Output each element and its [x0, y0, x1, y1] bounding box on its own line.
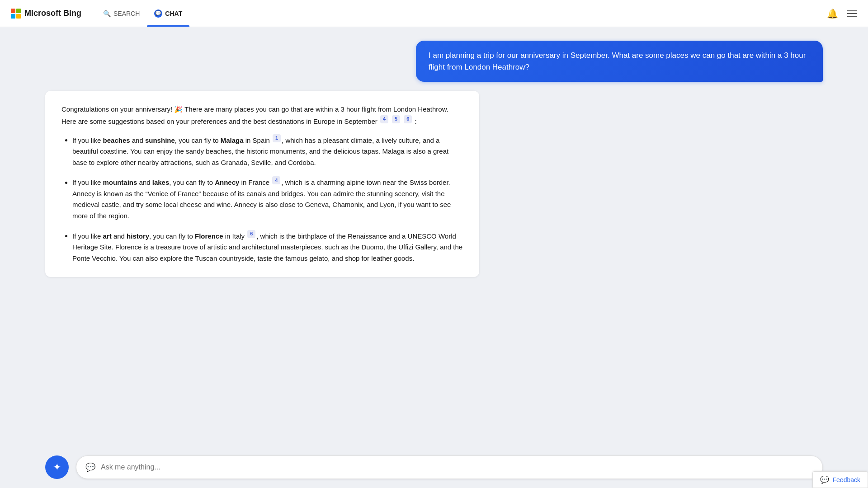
notification-icon[interactable]: 🔔: [827, 8, 838, 19]
input-search-icon: 💬: [85, 462, 95, 472]
header-right: 🔔: [827, 8, 857, 19]
nav-chat-label: CHAT: [165, 10, 182, 17]
citation-6-intro: 6: [404, 115, 412, 123]
chat-icon: [154, 9, 162, 18]
input-area: ✦ 💬: [9, 450, 859, 488]
citation-4-intro: 4: [380, 115, 388, 123]
bing-button[interactable]: ✦: [45, 455, 69, 479]
citation-4: 4: [272, 176, 280, 184]
nav-search[interactable]: 🔍 SEARCH: [96, 0, 147, 27]
search-icon: 🔍: [103, 10, 111, 17]
logo-text: Microsoft Bing: [24, 9, 81, 18]
search-input-container: 💬: [76, 455, 823, 479]
feedback-button[interactable]: 💬 Feedback: [812, 471, 868, 488]
feedback-icon: 💬: [820, 475, 829, 484]
menu-icon[interactable]: [847, 10, 857, 17]
list-item-florence: If you like art and history, you can fly…: [72, 230, 463, 264]
citation-5-intro: 5: [392, 115, 400, 123]
chat-input[interactable]: [101, 463, 813, 471]
user-message-container: I am planning a trip for our anniversary…: [45, 41, 823, 82]
list-item-annecy: If you like mountains and lakes, you can…: [72, 176, 463, 222]
logo-area[interactable]: Microsoft Bing: [11, 9, 81, 19]
list-item-malaga: If you like beaches and sunshine, you ca…: [72, 134, 463, 169]
nav-search-label: SEARCH: [113, 10, 140, 17]
ai-intro-text: Congratulations on your anniversary! 🎉 T…: [61, 103, 463, 127]
citation-6: 6: [247, 230, 255, 238]
ai-response: Congratulations on your anniversary! 🎉 T…: [45, 91, 479, 277]
nav-bar: 🔍 SEARCH CHAT: [96, 0, 189, 27]
bing-logo-icon: ✦: [53, 461, 61, 473]
ms-logo-icon: [11, 9, 21, 19]
header: Microsoft Bing 🔍 SEARCH CHAT 🔔: [0, 0, 868, 27]
citation-1: 1: [273, 134, 281, 142]
ai-intro-span: Congratulations on your anniversary! 🎉 T…: [61, 105, 448, 125]
nav-chat[interactable]: CHAT: [147, 0, 189, 27]
main-content: I am planning a trip for our anniversary…: [0, 27, 868, 488]
user-message: I am planning a trip for our anniversary…: [416, 41, 823, 82]
feedback-label: Feedback: [833, 476, 860, 483]
chat-area: I am planning a trip for our anniversary…: [9, 27, 859, 450]
ai-list: If you like beaches and sunshine, you ca…: [61, 134, 463, 264]
